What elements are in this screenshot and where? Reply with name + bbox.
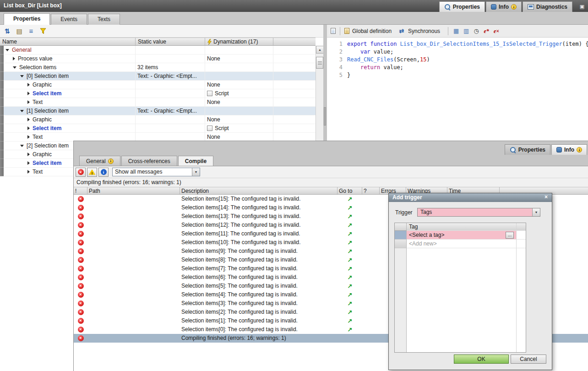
code-line[interactable]: 2 var value;: [327, 48, 588, 56]
code-line[interactable]: 4 return value;: [327, 64, 588, 71]
property-row[interactable]: TextNone: [0, 98, 316, 107]
goto-arrow-icon[interactable]: ↗: [348, 256, 353, 264]
add-new-cell[interactable]: <Add new>: [407, 240, 517, 248]
goto-arrow-icon[interactable]: ↗: [348, 282, 353, 290]
expand-arrow-icon[interactable]: [27, 118, 30, 121]
select-tag-cell[interactable]: <Select a tag> ...: [407, 231, 517, 240]
tab-properties-bottom[interactable]: Properties: [505, 144, 550, 155]
tab-properties[interactable]: Properties: [4, 13, 50, 25]
goto-arrow-icon[interactable]: ↗: [348, 264, 353, 273]
column-header-question[interactable]: ?: [362, 187, 380, 194]
goto-arrow-icon[interactable]: ↗: [348, 316, 353, 325]
property-row[interactable]: GraphicNone: [0, 81, 316, 89]
column-header-goto[interactable]: Go to: [338, 187, 362, 194]
scrollbar-thumb[interactable]: [316, 57, 323, 69]
expand-arrow-icon[interactable]: [27, 126, 30, 130]
script-checkbox[interactable]: [207, 91, 212, 96]
row-selector[interactable]: [395, 240, 407, 248]
global-definition-icon[interactable]: [344, 28, 349, 34]
goto-arrow-icon[interactable]: ↗: [348, 203, 353, 212]
property-row[interactable]: General: [0, 46, 316, 55]
goto-arrow-icon[interactable]: ↗: [348, 299, 353, 308]
column-header-description[interactable]: Description: [180, 187, 338, 194]
synchronous-label[interactable]: Synchronous: [408, 28, 440, 34]
property-row[interactable]: [0] Selection itemText: - Graphic: <Empt…: [0, 72, 316, 81]
trigger-dropdown[interactable]: Tags ▼: [417, 208, 540, 217]
expand-arrow-icon[interactable]: [27, 83, 30, 87]
cancel-button[interactable]: Cancel: [511, 355, 546, 364]
tab-info-bottom[interactable]: Info: [551, 144, 587, 155]
tab-events[interactable]: Events: [51, 14, 87, 25]
column-header-static-value[interactable]: Static value: [136, 38, 205, 45]
expand-arrow-icon[interactable]: [27, 100, 30, 104]
tag-row-add-new[interactable]: <Add new>: [395, 240, 526, 248]
script-page-icon[interactable]: [331, 28, 336, 34]
expand-arrow-icon[interactable]: [27, 153, 30, 156]
browse-button[interactable]: ...: [506, 232, 514, 239]
tag-column-header[interactable]: Tag: [407, 223, 517, 231]
ok-button[interactable]: OK: [454, 355, 509, 364]
goto-arrow-icon[interactable]: ↗: [348, 229, 353, 238]
filter-info-button[interactable]: [98, 168, 109, 177]
message-filter-dropdown[interactable]: Show all messages ▼: [112, 168, 200, 176]
property-row[interactable]: Process valueNone: [0, 55, 316, 63]
tab-compile[interactable]: Compile: [178, 156, 213, 166]
property-row[interactable]: GraphicNone: [0, 115, 316, 124]
goto-arrow-icon[interactable]: ↗: [348, 290, 353, 299]
code-line[interactable]: 3Read_CNC_Files(Screen,15): [327, 56, 588, 64]
goto-arrow-icon[interactable]: ↗: [348, 247, 353, 256]
tab-cross-references[interactable]: Cross-references: [121, 156, 177, 166]
goto-arrow-icon[interactable]: ↗: [348, 308, 353, 316]
column-header-severity[interactable]: !: [74, 187, 87, 194]
row-selector[interactable]: [395, 231, 407, 240]
tab-diagnostics-top[interactable]: Diagnostics: [523, 1, 572, 12]
synchronous-icon[interactable]: ⇄: [398, 27, 405, 35]
collapse-arrow-icon[interactable]: [13, 66, 16, 69]
filter-icon[interactable]: [39, 27, 47, 35]
column-header-name[interactable]: Name: [0, 38, 136, 45]
collapse-arrow-icon[interactable]: [20, 110, 24, 112]
collapse-arrow-icon[interactable]: [5, 49, 9, 51]
code-line[interactable]: 1export function List_box_Dir_SelectionI…: [327, 40, 588, 48]
expand-arrow-icon[interactable]: [27, 170, 30, 174]
dropdown-arrow-icon[interactable]: ▼: [532, 208, 540, 216]
scroll-up-button[interactable]: ▲: [316, 46, 324, 54]
dropdown-arrow-icon[interactable]: ▼: [192, 168, 200, 176]
columns-icon[interactable]: ▥: [463, 27, 470, 35]
define-tag-icon[interactable]: e*: [483, 27, 490, 35]
sort-icon[interactable]: ⇅: [4, 27, 11, 35]
tab-info-top[interactable]: Info: [486, 1, 522, 12]
goto-arrow-icon[interactable]: ↗: [348, 195, 353, 203]
property-row[interactable]: Select itemScript: [0, 89, 316, 98]
collapse-arrow-icon[interactable]: [20, 75, 24, 77]
collapse-arrow-icon[interactable]: [20, 145, 24, 147]
expand-arrow-icon[interactable]: [13, 57, 15, 60]
property-row[interactable]: [1] Selection itemText: - Graphic: <Empt…: [0, 107, 316, 115]
column-header-dynamization[interactable]: Dynamization (17): [205, 38, 273, 45]
list-icon[interactable]: ≡: [27, 27, 35, 35]
timer-icon[interactable]: ◷: [473, 27, 480, 35]
dialog-title-bar[interactable]: Add trigger ×: [389, 193, 552, 202]
book-icon[interactable]: ▤: [16, 27, 23, 35]
tab-properties-top[interactable]: Properties: [439, 1, 485, 12]
goto-arrow-icon[interactable]: ↗: [348, 212, 353, 221]
table-icon[interactable]: ▦: [452, 27, 460, 35]
goto-arrow-icon[interactable]: ↗: [348, 221, 353, 229]
close-icon[interactable]: ×: [543, 194, 550, 201]
filter-errors-button[interactable]: ×: [76, 168, 86, 177]
expand-arrow-icon[interactable]: [27, 92, 30, 95]
expand-arrow-icon[interactable]: [27, 161, 30, 165]
goto-arrow-icon[interactable]: ↗: [348, 273, 353, 282]
filter-warnings-button[interactable]: [87, 168, 97, 177]
delete-tag-icon[interactable]: e×: [493, 27, 500, 35]
tab-texts[interactable]: Texts: [88, 14, 120, 25]
script-checkbox[interactable]: [207, 125, 212, 131]
expand-arrow-icon[interactable]: [27, 135, 30, 139]
property-row[interactable]: Select itemScript: [0, 124, 316, 133]
goto-arrow-icon[interactable]: ↗: [348, 238, 353, 247]
column-header-path[interactable]: Path: [87, 187, 180, 194]
tab-general[interactable]: General: [79, 156, 120, 166]
property-row[interactable]: Selection items32 items: [0, 63, 316, 72]
tag-row-select[interactable]: <Select a tag> ...: [395, 231, 526, 240]
code-line[interactable]: 5}: [327, 71, 588, 79]
